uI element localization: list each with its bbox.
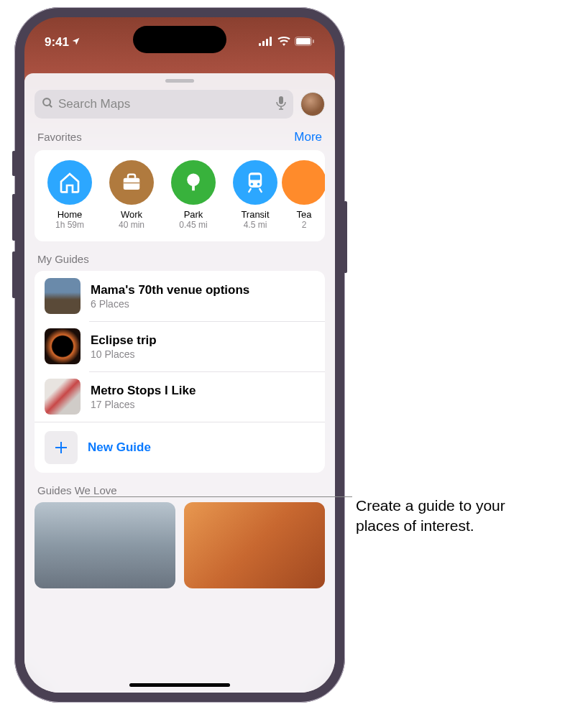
home-indicator[interactable]: [129, 683, 230, 687]
location-icon: [71, 37, 81, 48]
svg-point-12: [187, 174, 200, 187]
svg-point-15: [251, 183, 253, 185]
sheet-grabber[interactable]: [165, 79, 194, 83]
guide-thumb: [45, 379, 81, 415]
svg-rect-3: [270, 37, 272, 46]
battery-icon: [295, 35, 315, 50]
svg-rect-10: [124, 178, 140, 190]
callout-leader-line: [79, 496, 352, 497]
svg-rect-2: [266, 39, 268, 46]
side-button-silent: [12, 151, 16, 176]
guide-card-food[interactable]: [184, 502, 325, 588]
svg-rect-17: [250, 175, 260, 180]
search-sheet: Search Maps Favorites More H: [24, 73, 335, 693]
search-placeholder: Search Maps: [58, 97, 272, 111]
briefcase-icon: [109, 160, 154, 205]
svg-rect-11: [124, 182, 140, 183]
plus-icon: [45, 431, 78, 464]
svg-rect-6: [313, 40, 314, 43]
status-indicators: [259, 35, 315, 50]
side-button-volume-up: [12, 194, 16, 241]
phone-frame: 9:41: [14, 7, 345, 703]
favorite-home[interactable]: Home 1h 59m: [46, 160, 93, 230]
favorite-work[interactable]: Work 40 min: [108, 160, 155, 230]
favorites-header: Favorites: [37, 131, 82, 143]
callout-text: Create a guide to your places of interes…: [356, 496, 505, 537]
status-time: 9:41: [45, 35, 69, 50]
svg-point-7: [43, 98, 50, 106]
home-icon: [47, 160, 92, 205]
guide-thumb: [45, 328, 81, 364]
svg-rect-0: [259, 43, 261, 46]
side-button-volume-down: [12, 251, 16, 298]
new-guide-button[interactable]: New Guide: [35, 422, 325, 473]
train-icon: [233, 160, 277, 205]
side-button-power: [344, 201, 347, 273]
guide-thumb: [45, 278, 81, 314]
search-input[interactable]: Search Maps: [35, 90, 293, 119]
my-guides-card: Mama's 70th venue options 6 Places Eclip…: [35, 271, 325, 473]
tree-icon: [171, 160, 216, 205]
favorites-scroll[interactable]: Home 1h 59m Work 40 min Pa: [35, 150, 325, 241]
favorites-card: Home 1h 59m Work 40 min Pa: [35, 150, 325, 241]
favorites-more-button[interactable]: More: [294, 130, 322, 144]
profile-avatar[interactable]: [300, 92, 325, 116]
pin-icon: [282, 160, 325, 205]
microphone-icon[interactable]: [276, 96, 286, 113]
search-icon: [42, 97, 54, 112]
guides-we-love-scroll[interactable]: [24, 502, 335, 588]
svg-rect-9: [279, 96, 283, 104]
svg-rect-13: [192, 185, 195, 191]
svg-rect-1: [262, 41, 265, 46]
favorite-park[interactable]: Park 0.45 mi: [170, 160, 217, 230]
guides-we-love-header: Guides We Love: [37, 484, 117, 496]
svg-line-8: [50, 104, 52, 107]
guide-card-city[interactable]: [35, 502, 175, 588]
cellular-icon: [259, 35, 273, 50]
guide-item-eclipse-trip[interactable]: Eclipse trip 10 Places: [35, 321, 325, 371]
status-time-group: 9:41: [45, 35, 81, 50]
favorite-partial[interactable]: Tea 2: [293, 160, 315, 230]
favorite-transit[interactable]: Transit 4.5 mi: [231, 160, 279, 230]
my-guides-header: My Guides: [37, 253, 89, 265]
svg-point-16: [257, 183, 259, 185]
guide-item-metro-stops[interactable]: Metro Stops I Like 17 Places: [35, 371, 325, 422]
guide-item-mamas-70th[interactable]: Mama's 70th venue options 6 Places: [35, 271, 325, 321]
dynamic-island: [133, 26, 226, 53]
svg-rect-5: [296, 38, 311, 45]
phone-screen: 9:41: [24, 17, 335, 693]
wifi-icon: [277, 35, 290, 50]
